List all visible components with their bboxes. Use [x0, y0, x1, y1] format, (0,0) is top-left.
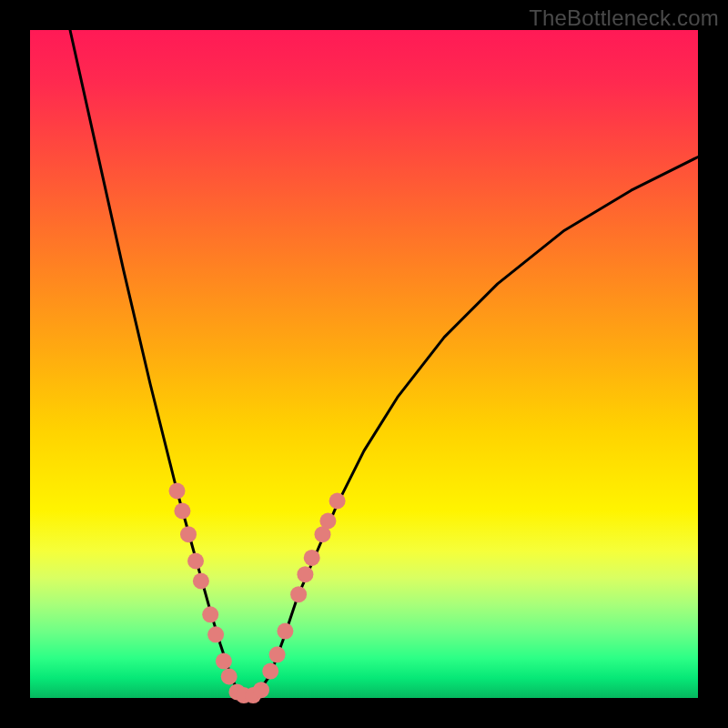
highlight-dot [269, 646, 286, 662]
highlight-dot [297, 566, 313, 582]
chart-frame: TheBottleneck.com [0, 0, 728, 728]
highlight-dot [262, 663, 278, 680]
curve-line [70, 30, 698, 695]
plot-area [30, 30, 698, 698]
highlight-dot [202, 606, 218, 622]
highlight-dot [180, 526, 197, 542]
highlight-dot [174, 503, 190, 520]
highlight-dot [253, 682, 269, 698]
attribution-text: TheBottleneck.com [529, 5, 719, 31]
highlight-dots [169, 483, 346, 704]
highlight-dot [221, 669, 238, 685]
highlight-dot [187, 553, 204, 570]
highlight-dot [277, 623, 293, 640]
highlight-dot [304, 550, 320, 566]
highlight-dot [319, 513, 336, 530]
highlight-dot [169, 483, 186, 500]
highlight-dot [290, 586, 307, 602]
chart-svg [30, 30, 698, 698]
highlight-dot [207, 626, 224, 642]
highlight-dot [193, 573, 209, 590]
highlight-dot [329, 493, 346, 510]
highlight-dot [216, 653, 232, 670]
